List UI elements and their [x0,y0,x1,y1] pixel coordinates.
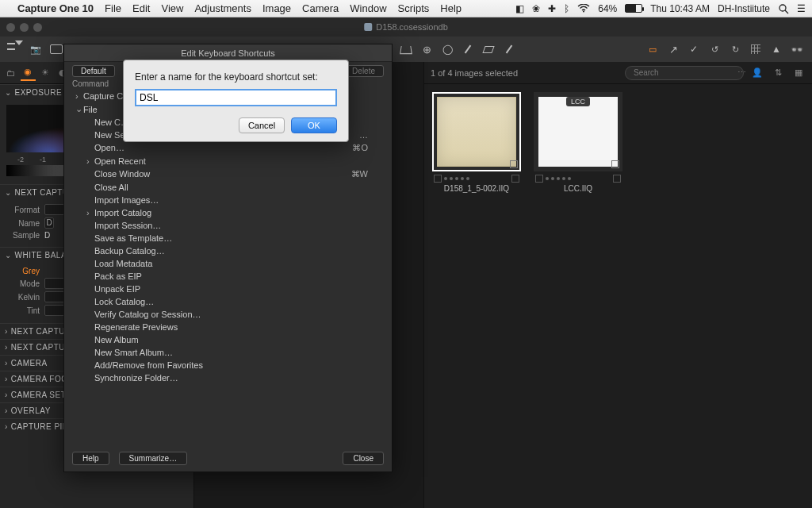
help-button[interactable]: Help [72,452,109,465]
spotlight-icon[interactable] [778,3,789,14]
sample-value: D [44,231,50,240]
close-button[interactable]: Close [343,452,384,465]
export-batch-icon[interactable] [48,40,65,58]
menu-help[interactable]: Help [440,2,462,14]
name-input[interactable] [135,89,337,106]
tree-leaf[interactable]: Import Images… [75,194,384,206]
rotate-left-icon[interactable]: ↺ [706,40,723,58]
thumbnail[interactable]: D158_1_5-002.IIQ [432,92,521,193]
tree-leaf[interactable]: Save as Template… [75,232,384,244]
format-label: Format [6,206,40,214]
process-icon[interactable] [665,40,682,58]
wb-kelvin-label: Kelvin [6,293,40,302]
tree-leaf[interactable]: Pack as EIP [75,270,384,283]
tab-library-icon[interactable]: 🗀 [3,65,19,81]
grid-icon[interactable] [747,40,764,58]
rotate-right-icon[interactable]: ↻ [726,40,744,58]
tree-leaf[interactable]: Unpack EIP [75,283,384,295]
cancel-button[interactable]: Cancel [239,117,285,133]
focus-mask-icon[interactable] [788,40,806,58]
tree-leaf[interactable]: Regenerate Previews [75,321,384,333]
tree-node-import-catalog[interactable]: ›Import Catalog [75,206,384,219]
tree-leaf[interactable]: New Smart Album… [75,346,384,359]
bluetooth-icon[interactable]: ᛒ [564,3,569,14]
svg-line-2 [785,10,788,13]
menu-adjustments[interactable]: Adjustments [194,2,251,14]
thumb-corner-icon [611,160,619,168]
wb-mode-label: Mode [6,279,40,288]
ok-button[interactable]: OK [291,117,337,133]
menu-edit[interactable]: Edit [132,2,150,14]
name-label: Name [6,219,40,228]
thumb-rating[interactable] [434,175,519,183]
browser-user-icon[interactable]: 👤 [750,66,764,80]
wifi-icon[interactable] [577,4,590,13]
proof-icon[interactable] [685,40,703,58]
thumb-filename: D158_1_5-002.IIQ [432,184,521,193]
tree-leaf[interactable]: Load Metadata [75,257,384,270]
menu-window[interactable]: Window [350,2,386,14]
mask-tool-icon[interactable] [439,40,456,58]
exp-tick: -1 [40,156,46,164]
menu-list-icon[interactable]: ☰ [797,3,806,14]
tree-leaf[interactable]: Synchronize Folder… [75,371,384,384]
tree-leaf[interactable]: Lock Catalog… [75,295,384,308]
tree-leaf[interactable]: Open…⌘O [75,141,384,155]
layout-icon[interactable]: ▭ [644,40,661,58]
menubar-extra-icon-1[interactable]: ◧ [515,3,524,14]
menu-image[interactable]: Image [262,2,291,14]
menu-camera[interactable]: Camera [302,2,339,14]
menu-file[interactable]: File [105,2,121,14]
summarize-button[interactable]: Summarize… [119,452,188,465]
wb-grey-label[interactable]: Grey [6,267,40,275]
mac-menubar: Capture One 10 File Edit View Adjustment… [0,0,812,17]
browser-sort-icon[interactable]: ⇅ [771,66,785,80]
thumbnail[interactable]: LCCLCC.IIQ [534,92,622,193]
tree-leaf[interactable]: New Album [75,333,384,346]
tab-color-icon[interactable]: ☀ [37,65,53,81]
sample-label: Sample [6,231,40,240]
traffic-lights[interactable] [6,23,42,32]
menu-view[interactable]: View [161,2,183,14]
preset-default-button[interactable]: Default [72,65,115,77]
browser-view-icon[interactable]: ▦ [791,66,806,80]
svg-point-0 [583,11,584,13]
search-box[interactable]: ⋯ [625,66,744,80]
selection-status: 1 of 4 images selected [431,68,518,78]
picker-tool-icon[interactable] [500,40,518,58]
clock[interactable]: Thu 10:43 AM [650,3,710,14]
thumb-rating[interactable] [535,175,621,183]
user-name[interactable]: DH-Instiitute [718,3,770,14]
eraser-tool-icon[interactable] [480,40,497,58]
browser-panel: 1 of 4 images selected ⋯ 👤 ⇅ ▦ D158_1_5-… [423,62,812,508]
tree-leaf[interactable]: Backup Catalog… [75,244,384,257]
document-title: D158.cosessiondb [376,22,448,32]
thumb-filename: LCC.IIQ [534,184,622,193]
search-input[interactable] [634,68,734,77]
spot-tool-icon[interactable] [418,40,435,58]
tree-leaf[interactable]: Close Window⌘W [75,167,384,181]
tree-node-open-recent[interactable]: ›Open Recent [75,155,384,167]
name-prompt: Enter a name for the keyboard shortcut s… [135,71,337,83]
keystone-tool-icon[interactable] [397,40,415,58]
tree-leaf[interactable]: Close All [75,181,384,194]
app-name[interactable]: Capture One 10 [17,2,94,14]
name-field[interactable]: D [44,217,54,229]
name-entry-dialog: Enter a name for the keyboard shortcut s… [123,60,349,142]
import-icon[interactable] [6,40,24,58]
battery-icon[interactable] [625,4,642,13]
battery-percent: 64% [598,3,617,14]
capture-icon[interactable]: 📷 [27,40,44,58]
menubar-shield-icon[interactable]: ✚ [548,3,556,14]
tab-capture-icon[interactable]: ◉ [21,65,36,81]
tree-leaf[interactable]: Import Session… [75,219,384,232]
preset-delete-button[interactable]: Delete [343,65,384,77]
tree-leaf[interactable]: Add/Remove from Favorites [75,359,384,371]
brush-tool-icon[interactable] [459,40,477,58]
thumb-badge: LCC [566,97,590,106]
document-icon [364,23,372,31]
tree-leaf[interactable]: Verify Catalog or Session… [75,308,384,321]
menubar-extra-icon-2[interactable]: ❀ [532,3,540,14]
warning-icon[interactable] [768,40,785,58]
menu-scripts[interactable]: Scripts [398,2,430,14]
